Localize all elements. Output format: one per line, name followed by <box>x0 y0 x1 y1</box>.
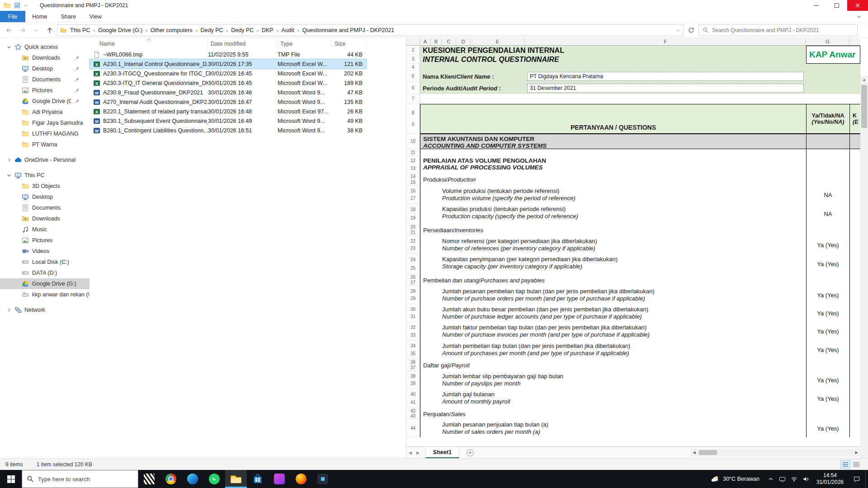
sidebar-item-documents[interactable]: Documents <box>0 74 90 85</box>
file-row-a230-3-itgcq-questionnaire-for-itgc-dk[interactable]: XA230.3-ITGCQ_Questionnaire for ITGC_DK.… <box>90 69 366 78</box>
sidebar-item-adi-priyatna[interactable]: Adi Priyatna <box>0 107 90 117</box>
file-row-b230-1-subsequent-event-questionnaire[interactable]: WB230.1_Subsequent Event Questionnaire_.… <box>90 116 366 126</box>
sidebar-item-local-disk-c[interactable]: Local Disk (C:) <box>0 257 90 267</box>
column-header-date-modified[interactable]: Date modified <box>208 38 278 50</box>
dark-app-icon[interactable] <box>312 470 334 488</box>
scroll-left-icon[interactable]: ◀ <box>690 450 698 455</box>
horizontal-scroll-thumb[interactable] <box>699 450 717 455</box>
start-button[interactable] <box>0 470 22 488</box>
quick-access-toolbar-chevron-icon[interactable] <box>24 3 28 8</box>
sidebar-item-data-d[interactable]: DATA (D:) <box>0 267 90 278</box>
search-box[interactable]: Search Questionnaire and PMPJ - DKP2021 <box>698 24 858 36</box>
refresh-button[interactable] <box>685 24 697 36</box>
quick-access-toolbar-properties-icon[interactable] <box>14 2 20 9</box>
recent-locations-chevron-icon[interactable] <box>30 24 42 36</box>
chrome-icon[interactable] <box>160 470 182 488</box>
file-row-b220-1-statement-of-related-party-transac[interactable]: XB220.1_Statement of related party trans… <box>90 107 366 116</box>
media-app-icon[interactable] <box>269 470 290 488</box>
up-button[interactable] <box>43 24 56 36</box>
maximize-button[interactable] <box>826 0 847 11</box>
breadcrumb-item-this-pc[interactable]: This PC <box>69 26 91 34</box>
file-explorer-icon[interactable] <box>225 470 247 488</box>
close-button[interactable] <box>847 0 868 11</box>
sidebar-section-network[interactable]: Network <box>0 305 90 315</box>
sidebar-item-pictures[interactable]: Pictures <box>0 85 90 96</box>
chevron-right-icon[interactable] <box>6 157 12 163</box>
ribbon-tab-view[interactable]: View <box>83 11 108 22</box>
details-view-button[interactable] <box>841 460 850 469</box>
scroll-right-icon[interactable]: ▶ <box>853 450 860 455</box>
edge-icon[interactable] <box>182 470 203 488</box>
breadcrumb-item-audit[interactable]: Audit <box>280 26 296 34</box>
back-button[interactable] <box>3 24 15 36</box>
forward-button[interactable] <box>16 24 28 36</box>
action-center-icon[interactable] <box>848 470 865 488</box>
microsoft-store-icon[interactable] <box>247 470 269 488</box>
ribbon-tab-share[interactable]: Share <box>54 11 83 22</box>
sidebar-item-figar-jaya-samudra[interactable]: Figar Jaya Samudra <box>0 117 90 128</box>
file-row-a230-8-fraud-questionnaire-dkp2021[interactable]: WA230.8_Fraud Questionnaire_DKP202130/01… <box>90 88 366 97</box>
sidebar-item-pt-warna[interactable]: PT Warna <box>0 139 90 150</box>
sheet-nav-left-icon[interactable]: ◀ <box>406 450 414 455</box>
file-row-a270-internal-audit-questionnaire-dkp2[interactable]: WA270_Internal Audit Questionnaire_DKP2.… <box>90 97 366 107</box>
firefox-icon[interactable] <box>290 470 312 488</box>
breadcrumb-item-google-drive-g[interactable]: Google Drive (G:) <box>97 26 144 34</box>
sidebar-item-google-drive-g[interactable]: Google Drive (G:) <box>0 278 90 289</box>
breadcrumb-item-dkp[interactable]: DKP <box>260 26 275 34</box>
pin-icon <box>74 99 80 104</box>
sidebar-item-music[interactable]: Music <box>0 224 90 235</box>
sidebar-item-desktop[interactable]: Desktop <box>0 192 90 202</box>
chevron-down-icon[interactable] <box>6 173 12 178</box>
show-desktop-button[interactable] <box>865 470 868 488</box>
sidebar-section-label: Quick access <box>24 44 58 50</box>
ribbon-tab-home[interactable]: Home <box>25 11 54 22</box>
sidebar-item-3d-objects[interactable]: 3D Objects <box>0 181 90 192</box>
sheet-nav-right-icon[interactable]: ▶ <box>414 450 422 455</box>
zebra-photo-icon[interactable] <box>138 470 160 488</box>
weather-widget[interactable]: 30°C Berawan <box>705 475 765 483</box>
breadcrumb-item-other-computers[interactable]: Other computers <box>149 26 194 34</box>
chevron-down-icon[interactable] <box>6 44 12 50</box>
file-row-b280-1-contingent-liabilities-questionn[interactable]: WB280.1_Contingent Liabilities Questionn… <box>90 126 366 135</box>
sidebar-item-luthfi-magang[interactable]: LUTHFI MAGANG <box>0 128 90 139</box>
chevron-right-icon[interactable] <box>6 307 12 313</box>
scroll-up-icon[interactable]: ▲ <box>860 76 868 84</box>
sidebar-section-onedrive-personal[interactable]: OneDrive - Personal <box>0 155 90 165</box>
add-sheet-icon[interactable]: + <box>467 449 474 456</box>
breadcrumb-item-dedy-pc[interactable]: Dedy PC <box>230 26 255 34</box>
taskbar-search-box[interactable]: Type here to search <box>22 470 138 488</box>
sidebar-item-kkp-anwar-dan-rekan-1[interactable]: kkp anwar dan rekan (\\1 <box>0 289 90 300</box>
minimize-button[interactable] <box>806 0 826 11</box>
column-header-type[interactable]: Type <box>278 38 332 50</box>
large-icons-view-button[interactable] <box>852 460 861 469</box>
tray-display-icon[interactable] <box>777 470 788 488</box>
file-row-a230-3-itq-it-general-questionnaire-dk[interactable]: XA230.3-ITQ_IT General Questionnaire_DK.… <box>90 78 366 88</box>
taskbar-clock[interactable]: 14:54 31/01/2026 <box>812 472 848 486</box>
address-bar[interactable]: This PC›Google Drive (G:)›Other computer… <box>57 24 684 36</box>
sidebar-item-desktop[interactable]: Desktop <box>0 63 90 74</box>
file-menu-tab[interactable]: File <box>0 11 25 22</box>
column-header-size[interactable]: Size <box>332 38 366 50</box>
sidebar-item-videos[interactable]: Videos <box>0 246 90 257</box>
horizontal-scrollbar[interactable]: ◀ ▶ <box>690 449 860 456</box>
breadcrumb-item-questionnaire-and-pmpj-dkp2021[interactable]: Questionnaire and PMPJ - DKP2021 <box>301 26 396 34</box>
tray-volume-icon[interactable] <box>800 470 812 488</box>
breadcrumb-item-dedy-pc[interactable]: Dedy PC <box>199 26 225 34</box>
hidden-icons-chevron-icon[interactable] <box>765 470 777 488</box>
tray-wifi-icon[interactable] <box>788 470 800 488</box>
whatsapp-icon[interactable] <box>203 470 225 488</box>
ribbon-expand-chevron-icon[interactable] <box>856 14 862 19</box>
address-dropdown-chevron-icon[interactable] <box>676 28 680 33</box>
vertical-scrollbar[interactable]: ▲ ▼ <box>860 76 868 484</box>
sidebar-item-downloads[interactable]: Downloads <box>0 52 90 63</box>
sidebar-item-downloads[interactable]: Downloads <box>0 213 90 224</box>
vertical-scroll-thumb[interactable] <box>861 85 867 128</box>
file-row-a230-1-internal-control-questionnaire-d[interactable]: XA230.1_Internal Control Questionnaire_D… <box>90 59 366 69</box>
sidebar-item-google-drive-g[interactable]: Google Drive (G:) <box>0 96 90 107</box>
sidebar-section-quick-access[interactable]: Quick access <box>0 42 90 52</box>
sidebar-item-pictures[interactable]: Pictures <box>0 235 90 246</box>
sheet-tab[interactable]: Sheet1 <box>425 447 459 458</box>
sidebar-section-this-pc[interactable]: This PC <box>0 170 90 181</box>
file-row-wrl0066-tmp[interactable]: ~WRL0066.tmp11/02/2025 9:55TMP File44 KB <box>90 50 366 59</box>
sidebar-item-documents[interactable]: Documents <box>0 202 90 213</box>
